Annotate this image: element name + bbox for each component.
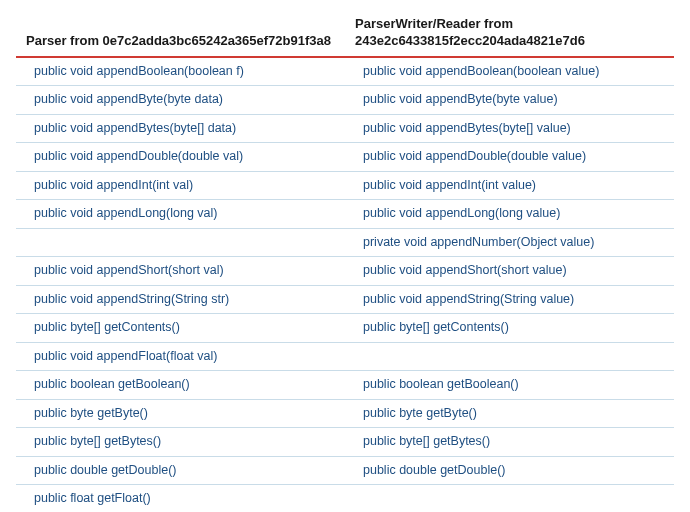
cell-left xyxy=(16,228,345,257)
cell-right: public void appendByte(byte value) xyxy=(345,86,674,115)
table-row: public byte[] getContents()public byte[]… xyxy=(16,314,674,343)
cell-right: public boolean getBoolean() xyxy=(345,371,674,400)
cell-right: public void appendShort(short value) xyxy=(345,257,674,286)
cell-left: public double getDouble() xyxy=(16,456,345,485)
cell-right: public double getDouble() xyxy=(345,456,674,485)
header-left: Parser from 0e7c2adda3bc65242a365ef72b91… xyxy=(16,10,345,57)
cell-right: public void appendDouble(double value) xyxy=(345,143,674,172)
cell-left: public void appendString(String str) xyxy=(16,285,345,314)
comparison-table: Parser from 0e7c2adda3bc65242a365ef72b91… xyxy=(16,10,674,512)
cell-right: public void appendBytes(byte[] value) xyxy=(345,114,674,143)
cell-right: public byte getByte() xyxy=(345,399,674,428)
cell-left: public byte[] getBytes() xyxy=(16,428,345,457)
cell-left: public void appendByte(byte data) xyxy=(16,86,345,115)
cell-right xyxy=(345,342,674,371)
table-row: public void appendShort(short val)public… xyxy=(16,257,674,286)
cell-right: public void appendInt(int value) xyxy=(345,171,674,200)
table-row: private void appendNumber(Object value) xyxy=(16,228,674,257)
table-row: public void appendString(String str)publ… xyxy=(16,285,674,314)
table-row: public void appendInt(int val)public voi… xyxy=(16,171,674,200)
table-body: public void appendBoolean(boolean f)publ… xyxy=(16,57,674,512)
cell-left: public byte[] getContents() xyxy=(16,314,345,343)
cell-right: public void appendBoolean(boolean value) xyxy=(345,57,674,86)
table-row: public void appendBytes(byte[] data)publ… xyxy=(16,114,674,143)
cell-right: private void appendNumber(Object value) xyxy=(345,228,674,257)
table-row: public void appendDouble(double val)publ… xyxy=(16,143,674,172)
cell-right xyxy=(345,485,674,512)
cell-left: public void appendDouble(double val) xyxy=(16,143,345,172)
cell-left: public void appendFloat(float val) xyxy=(16,342,345,371)
cell-left: public void appendBytes(byte[] data) xyxy=(16,114,345,143)
table-row: public void appendFloat(float val) xyxy=(16,342,674,371)
table-row: public void appendByte(byte data)public … xyxy=(16,86,674,115)
table-row: public float getFloat() xyxy=(16,485,674,512)
cell-right: public byte[] getContents() xyxy=(345,314,674,343)
cell-left: public void appendInt(int val) xyxy=(16,171,345,200)
table-row: public byte[] getBytes()public byte[] ge… xyxy=(16,428,674,457)
cell-right: public byte[] getBytes() xyxy=(345,428,674,457)
cell-left: public void appendBoolean(boolean f) xyxy=(16,57,345,86)
cell-left: public void appendLong(long val) xyxy=(16,200,345,229)
cell-left: public boolean getBoolean() xyxy=(16,371,345,400)
cell-left: public byte getByte() xyxy=(16,399,345,428)
header-right: ParserWriter/Reader from 243e2c6433815f2… xyxy=(345,10,674,57)
table-row: public double getDouble()public double g… xyxy=(16,456,674,485)
table-row: public void appendBoolean(boolean f)publ… xyxy=(16,57,674,86)
cell-left: public void appendShort(short val) xyxy=(16,257,345,286)
cell-right: public void appendLong(long value) xyxy=(345,200,674,229)
cell-left: public float getFloat() xyxy=(16,485,345,512)
table-row: public byte getByte()public byte getByte… xyxy=(16,399,674,428)
table-header-row: Parser from 0e7c2adda3bc65242a365ef72b91… xyxy=(16,10,674,57)
table-row: public boolean getBoolean()public boolea… xyxy=(16,371,674,400)
cell-right: public void appendString(String value) xyxy=(345,285,674,314)
table-row: public void appendLong(long val)public v… xyxy=(16,200,674,229)
